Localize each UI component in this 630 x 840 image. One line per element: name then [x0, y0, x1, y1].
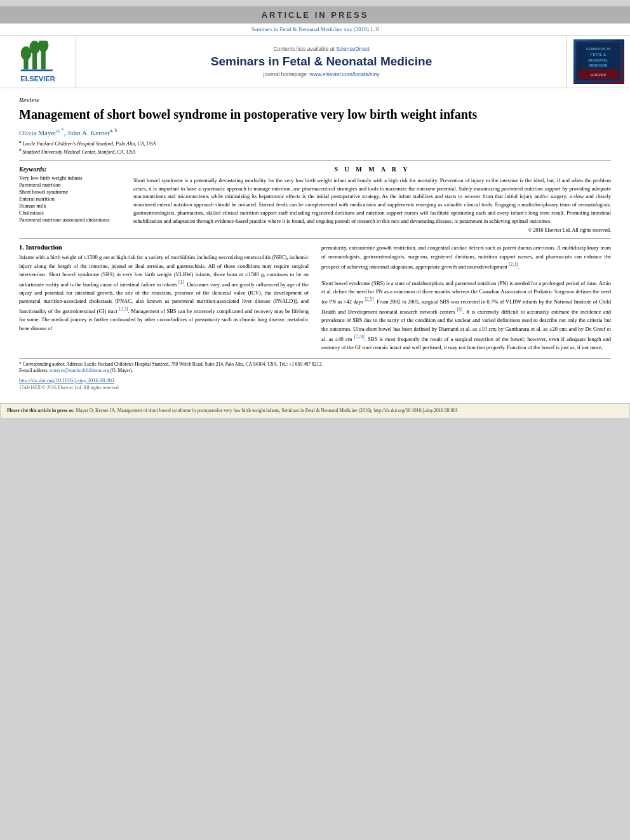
- journal-header: ELSEVIER Contents lists available at Sci…: [0, 35, 630, 88]
- issn-line: 1744-165X/© 2016 Elsevier Ltd. All right…: [19, 385, 611, 390]
- affil2-text: Stanford University Medical Center, Stan…: [23, 149, 136, 155]
- email-link[interactable]: omayer@stanfordchildrens.org: [50, 368, 109, 373]
- svg-text:SEMINARS IN: SEMINARS IN: [586, 47, 611, 51]
- kw-item-2: Parenteral nutrition: [19, 182, 121, 188]
- authors-line: Olivia Mayera, *, John A. Kernera, b: [19, 128, 611, 137]
- homepage-label: journal homepage:: [264, 71, 308, 77]
- page: ARTICLE IN PRESS Seminars in Fetal & Neo…: [0, 6, 630, 418]
- citation-text: Mayer O, Kerner JA, Management of short …: [76, 408, 457, 413]
- journal-center-info: Contents lists available at ScienceDirec…: [76, 36, 566, 88]
- svg-rect-6: [20, 69, 52, 71]
- corresponding-text: * Corresponding author. Address: Lucile …: [19, 361, 323, 367]
- divider-1: [19, 160, 611, 161]
- divider-2: [19, 238, 611, 239]
- email-label: E-mail address:: [19, 368, 49, 373]
- svg-text:ELSEVIER: ELSEVIER: [591, 74, 606, 77]
- author2-sup: a, b: [110, 128, 117, 133]
- journal-homepage-line: journal homepage: www.elsevier.com/locat…: [264, 71, 380, 77]
- ref-1: [1]: [178, 279, 184, 285]
- corresponding-author-note: * Corresponding author. Address: Lucile …: [19, 361, 611, 368]
- article-title: Management of short bowel syndrome in po…: [19, 106, 611, 123]
- kw-item-4: Enteral nutrition: [19, 196, 121, 202]
- cover-svg: SEMINARS IN FETAL & NEONATAL MEDICINE EL…: [575, 41, 622, 82]
- ref-2-3: [2,3]: [119, 306, 128, 312]
- affil1-text: Lucile Packard Children's Hospital Stanf…: [23, 140, 156, 146]
- keywords-summary-section: Keywords: Very low birth weight infants …: [19, 166, 611, 234]
- intro-left-text: Infants with a birth weight of ≤1500 g a…: [19, 253, 309, 332]
- homepage-url[interactable]: www.elsevier.com/locate/siny: [309, 71, 379, 77]
- main-content: Review Management of short bowel syndrom…: [0, 90, 630, 397]
- journal-cover-area: SEMINARS IN FETAL & NEONATAL MEDICINE EL…: [566, 36, 630, 88]
- footnote-area: * Corresponding author. Address: Lucile …: [19, 358, 611, 390]
- email-note: E-mail address: omayer@stanfordchildrens…: [19, 368, 611, 375]
- body-left-col: 1. Introduction Infants with a birth wei…: [19, 244, 309, 351]
- svg-text:MEDICINE: MEDICINE: [589, 63, 608, 67]
- svg-rect-2: [41, 50, 45, 70]
- intro-right-text: prematurity, extrauterine growth restric…: [321, 244, 611, 351]
- section-label: Review: [19, 96, 611, 103]
- summary-text: Short bowel syndrome is a potentially de…: [133, 177, 611, 225]
- ref-2-5: [2,5]: [365, 297, 373, 302]
- author1-sup: a, *: [57, 128, 64, 133]
- ref-6: [6]: [457, 307, 463, 312]
- intro-heading: 1. Introduction: [19, 244, 309, 251]
- body-right-col: prematurity, extrauterine growth restric…: [321, 244, 611, 351]
- ref-2-4: [2,4]: [509, 262, 518, 267]
- kw-item-6: Cholestasis: [19, 210, 121, 216]
- svg-text:FETAL &: FETAL &: [591, 53, 607, 57]
- keywords-title: Keywords:: [19, 166, 121, 173]
- affil1-sup: a: [19, 139, 22, 144]
- elsevier-logo-area: ELSEVIER: [0, 36, 76, 88]
- please-cite-label: Please cite this article in press as:: [7, 408, 76, 413]
- copyright-line: © 2016 Elsevier Ltd. All rights reserved…: [133, 227, 611, 233]
- svg-text:NEONATAL: NEONATAL: [588, 58, 608, 62]
- journal-info-bar: Seminars in Fetal & Neonatal Medicine xx…: [0, 23, 630, 34]
- keywords-column: Keywords: Very low birth weight infants …: [19, 166, 121, 234]
- citation-bar: Please cite this article in press as: Ma…: [0, 403, 630, 419]
- aip-banner: ARTICLE IN PRESS: [0, 6, 630, 23]
- body-columns: 1. Introduction Infants with a birth wei…: [19, 244, 611, 351]
- aip-text: ARTICLE IN PRESS: [262, 10, 369, 20]
- elsevier-name: ELSEVIER: [20, 75, 55, 83]
- journal-info-text: Seminars in Fetal & Neonatal Medicine xx…: [251, 26, 379, 32]
- svg-point-4: [29, 41, 39, 55]
- author2-name: , John A. Kerner: [64, 129, 110, 137]
- elsevier-logo: ELSEVIER: [19, 41, 57, 83]
- contents-available-line: Contents lists available at ScienceDirec…: [273, 46, 369, 52]
- summary-column: S U M M A R Y Short bowel syndrome is a …: [133, 166, 611, 234]
- contents-label: Contents lists available at: [273, 46, 334, 52]
- elsevier-tree-icon: [19, 41, 57, 72]
- summary-heading: S U M M A R Y: [133, 166, 611, 173]
- email-suffix: (O. Mayer).: [109, 368, 133, 373]
- svg-point-5: [38, 41, 48, 52]
- kw-item-1: Very low birth weight infants: [19, 175, 121, 181]
- affiliation-1: a Lucile Packard Children's Hospital Sta…: [19, 139, 611, 147]
- kw-item-5: Human milk: [19, 203, 121, 209]
- svg-rect-1: [32, 52, 36, 69]
- doi-link[interactable]: http://dx.doi.org/10.1016/j.siny.2016.08…: [19, 377, 611, 383]
- journal-title: Seminars in Fetal & Neonatal Medicine: [211, 55, 432, 69]
- kw-item-7: Parenteral nutrition-associated cholesta…: [19, 217, 121, 223]
- journal-cover-image: SEMINARS IN FETAL & NEONATAL MEDICINE EL…: [573, 39, 624, 84]
- affil2-sup: b: [19, 147, 22, 152]
- ref-7-9: [7–9]: [354, 334, 364, 340]
- author1-name: Olivia Mayer: [19, 129, 57, 137]
- affiliation-2: b Stanford University Medical Center, St…: [19, 147, 611, 155]
- sciencedirect-link[interactable]: ScienceDirect: [336, 46, 369, 52]
- kw-item-3: Short bowel syndrome: [19, 189, 121, 195]
